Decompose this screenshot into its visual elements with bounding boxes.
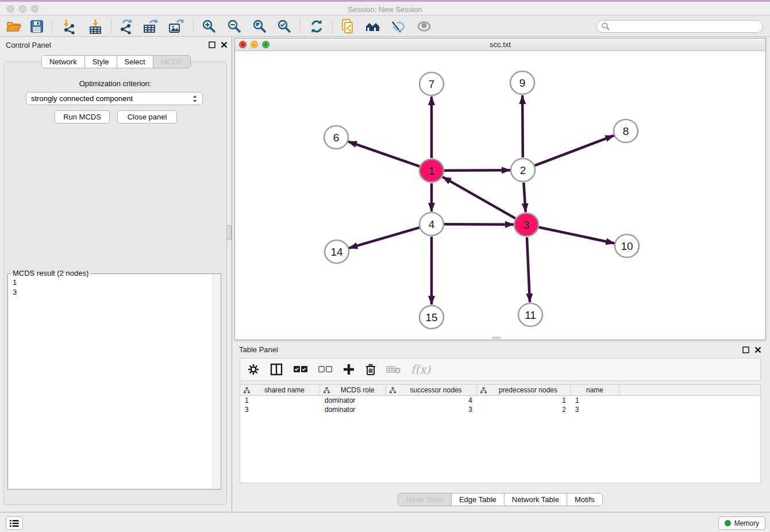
cell-predecessor-nodes[interactable]: 2 xyxy=(477,405,571,414)
minimize-network-icon[interactable]: − xyxy=(251,41,258,48)
column-settings-icon[interactable] xyxy=(247,363,260,376)
search-input[interactable] xyxy=(610,21,763,32)
edge-2-9[interactable] xyxy=(522,95,523,157)
network-canvas[interactable]: 7968124314101511 xyxy=(235,51,765,340)
import-table-icon[interactable] xyxy=(86,18,105,35)
edge-3-10[interactable] xyxy=(539,228,615,244)
tab-select[interactable]: Select xyxy=(117,56,153,68)
zoom-fit-icon[interactable] xyxy=(251,18,269,35)
criterion-select[interactable]: strongly connected component xyxy=(26,92,203,105)
node-9[interactable]: 9 xyxy=(510,71,534,94)
cell-successor-nodes[interactable]: 3 xyxy=(386,405,477,414)
result-scrollbar[interactable] xyxy=(213,275,220,488)
float-panel-icon[interactable] xyxy=(209,41,215,48)
edge-2-8[interactable] xyxy=(535,136,614,165)
zoom-out-icon[interactable] xyxy=(225,18,244,35)
cell-mcds-role[interactable]: dominator xyxy=(320,405,386,414)
column-header-mcds-role[interactable]: MCDS role xyxy=(320,385,386,395)
new-network-from-selection-icon[interactable] xyxy=(339,18,357,35)
node-7[interactable]: 7 xyxy=(419,72,444,95)
edge-1-2[interactable] xyxy=(444,170,510,171)
network-window-titlebar[interactable]: scc.txt ✕ − + xyxy=(235,38,765,51)
canvas-resize-grip[interactable] xyxy=(492,337,501,339)
edge-3-11[interactable] xyxy=(527,237,530,302)
edge-2-3[interactable] xyxy=(523,183,525,212)
deselect-all-icon[interactable] xyxy=(318,364,333,375)
cell-shared-name[interactable]: 1 xyxy=(240,396,320,405)
node-3[interactable]: 3 xyxy=(514,213,538,236)
node-1[interactable]: 1 xyxy=(419,159,444,182)
mcds-result-list[interactable]: 13 xyxy=(8,275,213,489)
tab-motifs[interactable]: Motifs xyxy=(567,494,602,506)
search-box[interactable] xyxy=(596,20,763,33)
svg-text:10: 10 xyxy=(621,240,633,252)
tab-network[interactable]: Network xyxy=(42,56,85,68)
table-row[interactable]: 3dominator323 xyxy=(240,405,760,414)
column-header-predecessor-nodes[interactable]: predecessor nodes xyxy=(477,385,571,395)
edge-4-3[interactable] xyxy=(444,224,514,225)
cell-predecessor-nodes[interactable]: 1 xyxy=(477,396,571,405)
column-type-icon xyxy=(390,387,396,394)
node-6[interactable]: 6 xyxy=(324,126,348,149)
edge-1-6[interactable] xyxy=(348,141,419,166)
first-neighbors-icon[interactable] xyxy=(364,18,382,35)
delete-column-icon[interactable] xyxy=(365,363,376,376)
list-icon xyxy=(10,519,19,527)
table-row[interactable]: 1dominator411 xyxy=(240,396,760,405)
close-panel-icon[interactable] xyxy=(754,346,761,353)
node-15[interactable]: 15 xyxy=(419,306,444,329)
column-header-name[interactable]: name xyxy=(571,385,619,395)
node-2[interactable]: 2 xyxy=(511,159,535,182)
memory-button[interactable]: Memory xyxy=(718,516,765,530)
hide-selected-icon[interactable] xyxy=(389,18,407,35)
cell-name[interactable]: 1 xyxy=(571,396,619,405)
export-network-icon[interactable] xyxy=(117,18,136,35)
save-session-icon[interactable] xyxy=(28,18,46,35)
column-header-successor-nodes[interactable]: successor nodes xyxy=(386,385,477,395)
table-body: 1dominator4113dominator323 xyxy=(240,396,760,414)
task-history-button[interactable] xyxy=(6,516,23,530)
tab-node-table[interactable]: Node Table xyxy=(398,494,452,506)
cell-successor-nodes[interactable]: 4 xyxy=(386,396,477,405)
delete-table-icon[interactable] xyxy=(386,364,401,375)
export-table-icon[interactable] xyxy=(141,18,160,35)
tab-edge-table[interactable]: Edge Table xyxy=(452,494,505,506)
tab-network-table[interactable]: Network Table xyxy=(505,494,567,506)
edge-4-14[interactable] xyxy=(349,228,419,248)
result-item[interactable]: 1 xyxy=(13,277,208,287)
maximize-network-icon[interactable]: + xyxy=(262,41,270,48)
node-4[interactable]: 4 xyxy=(419,213,444,236)
close-panel-icon[interactable] xyxy=(221,41,228,48)
node-10[interactable]: 10 xyxy=(615,234,639,257)
cell-shared-name[interactable]: 3 xyxy=(240,405,320,414)
show-all-icon[interactable] xyxy=(415,18,433,35)
function-builder-icon[interactable]: f(x) xyxy=(411,363,430,376)
zoom-in-icon[interactable] xyxy=(200,18,218,35)
result-item[interactable]: 3 xyxy=(13,287,208,297)
open-session-icon[interactable] xyxy=(5,18,23,35)
svg-text:3: 3 xyxy=(523,219,530,231)
tab-mcds[interactable]: MCDS xyxy=(153,56,190,68)
add-column-icon[interactable] xyxy=(342,363,355,376)
show-columns-icon[interactable] xyxy=(270,363,283,376)
select-all-icon[interactable] xyxy=(293,364,308,375)
panel-divider[interactable] xyxy=(232,37,232,511)
toolbar-separator xyxy=(332,19,333,34)
cell-name[interactable]: 3 xyxy=(571,405,619,414)
close-network-icon[interactable]: ✕ xyxy=(239,41,247,48)
node-8[interactable]: 8 xyxy=(614,119,638,142)
panel-divider-grip[interactable] xyxy=(226,225,232,240)
cell-mcds-role[interactable]: dominator xyxy=(320,396,386,405)
node-11[interactable]: 11 xyxy=(518,303,542,326)
edge-3-1[interactable] xyxy=(442,177,515,218)
float-panel-icon[interactable] xyxy=(742,346,749,353)
tab-style[interactable]: Style xyxy=(85,56,117,68)
column-header-shared-name[interactable]: shared name xyxy=(240,385,320,395)
export-image-icon[interactable] xyxy=(167,18,185,35)
import-network-icon[interactable] xyxy=(60,18,78,35)
zoom-selected-icon[interactable] xyxy=(275,18,294,35)
close-panel-button[interactable]: Close panel xyxy=(117,110,177,124)
run-mcds-button[interactable]: Run MCDS xyxy=(55,110,110,124)
node-14[interactable]: 14 xyxy=(325,240,349,263)
refresh-icon[interactable] xyxy=(307,18,326,35)
